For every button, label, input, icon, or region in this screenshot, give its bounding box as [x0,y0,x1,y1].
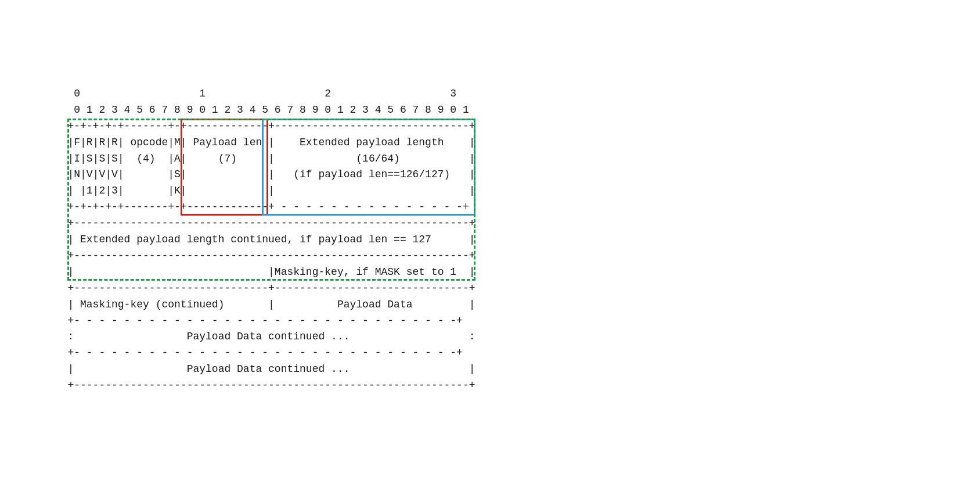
diagram-pre: 0 1 2 3 0 1 2 3 4 5 6 7 8 9 0 1 2 3 4 5 … [49,86,475,394]
diagram-container: 0 1 2 3 0 1 2 3 4 5 6 7 8 9 0 1 2 3 4 5 … [26,74,954,406]
diagram-overlay: 0 1 2 3 0 1 2 3 4 5 6 7 8 9 0 1 2 3 4 5 … [49,86,475,394]
